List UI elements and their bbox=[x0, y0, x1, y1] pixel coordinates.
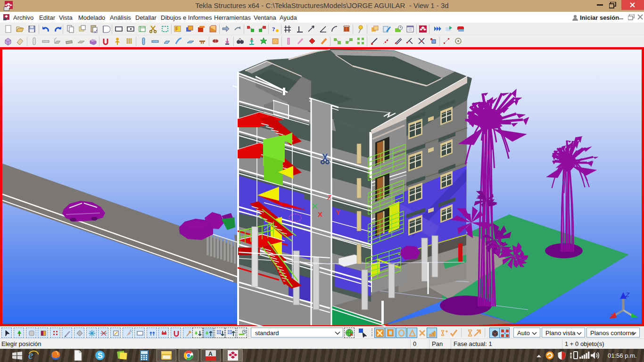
svg-text:S: S bbox=[98, 352, 103, 360]
svg-text:F: F bbox=[175, 26, 178, 32]
svg-text:Z: Z bbox=[625, 291, 630, 298]
svg-text:Y: Y bbox=[336, 208, 340, 216]
svg-text:X: X bbox=[318, 210, 322, 218]
svg-text:Z: Z bbox=[327, 194, 331, 201]
svg-text:A: A bbox=[208, 351, 213, 357]
svg-text:?: ? bbox=[272, 25, 275, 33]
